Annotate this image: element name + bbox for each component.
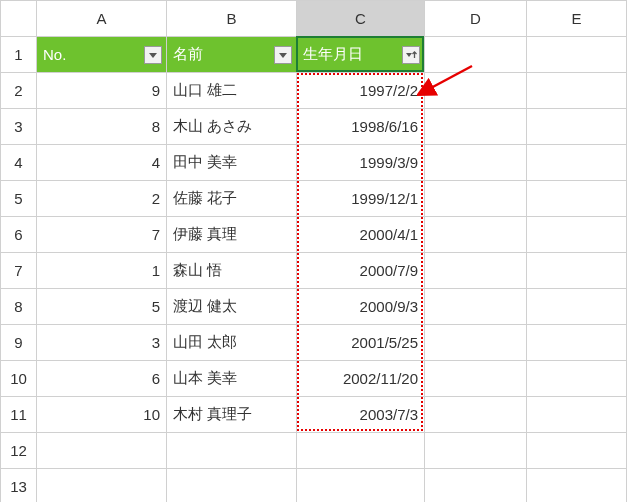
cell-B7[interactable]: 森山 悟 <box>167 253 297 289</box>
row-head-9[interactable]: 9 <box>1 325 37 361</box>
col-head-E[interactable]: E <box>527 1 627 37</box>
row-head-5[interactable]: 5 <box>1 181 37 217</box>
cell-C9[interactable]: 2001/5/25 <box>297 325 425 361</box>
cell-D7[interactable] <box>425 253 527 289</box>
cell-D8[interactable] <box>425 289 527 325</box>
cell-C13[interactable] <box>297 469 425 503</box>
cell-D4[interactable] <box>425 145 527 181</box>
row-head-2[interactable]: 2 <box>1 73 37 109</box>
cell-D2[interactable] <box>425 73 527 109</box>
cell-A13[interactable] <box>37 469 167 503</box>
cell-E9[interactable] <box>527 325 627 361</box>
cell-D5[interactable] <box>425 181 527 217</box>
cell-D11[interactable] <box>425 397 527 433</box>
cell-B10[interactable]: 山本 美幸 <box>167 361 297 397</box>
row-head-3[interactable]: 3 <box>1 109 37 145</box>
cell-C2[interactable]: 1997/2/2 <box>297 73 425 109</box>
row-head-7[interactable]: 7 <box>1 253 37 289</box>
cell-C3[interactable]: 1998/6/16 <box>297 109 425 145</box>
chevron-down-icon <box>278 50 288 60</box>
cell-D9[interactable] <box>425 325 527 361</box>
cell-C8[interactable]: 2000/9/3 <box>297 289 425 325</box>
row-head-6[interactable]: 6 <box>1 217 37 253</box>
header-label-dob: 生年月日 <box>303 45 363 62</box>
row-head-4[interactable]: 4 <box>1 145 37 181</box>
cell-B9[interactable]: 山田 太郎 <box>167 325 297 361</box>
select-all-corner[interactable] <box>1 1 37 37</box>
cell-E7[interactable] <box>527 253 627 289</box>
cell-E2[interactable] <box>527 73 627 109</box>
svg-marker-1 <box>279 53 287 58</box>
chevron-down-icon <box>148 50 158 60</box>
cell-E11[interactable] <box>527 397 627 433</box>
row-head-13[interactable]: 13 <box>1 469 37 503</box>
cell-E4[interactable] <box>527 145 627 181</box>
cell-B1[interactable]: 名前 <box>167 37 297 73</box>
cell-C4[interactable]: 1999/3/9 <box>297 145 425 181</box>
cell-A1[interactable]: No. <box>37 37 167 73</box>
cell-B4[interactable]: 田中 美幸 <box>167 145 297 181</box>
cell-B5[interactable]: 佐藤 花子 <box>167 181 297 217</box>
cell-C1[interactable]: 生年月日 <box>297 37 425 73</box>
cell-E12[interactable] <box>527 433 627 469</box>
cell-C10[interactable]: 2002/11/20 <box>297 361 425 397</box>
cell-D6[interactable] <box>425 217 527 253</box>
spreadsheet-grid[interactable]: A B C D E 1 No. 名前 生年月日 <box>0 0 627 502</box>
cell-B2[interactable]: 山口 雄二 <box>167 73 297 109</box>
cell-E5[interactable] <box>527 181 627 217</box>
filter-dropdown-A[interactable] <box>144 46 162 64</box>
sort-asc-icon <box>405 49 417 61</box>
row-head-12[interactable]: 12 <box>1 433 37 469</box>
cell-E13[interactable] <box>527 469 627 503</box>
cell-B12[interactable] <box>167 433 297 469</box>
row-head-11[interactable]: 11 <box>1 397 37 433</box>
cell-B3[interactable]: 木山 あさみ <box>167 109 297 145</box>
cell-A2[interactable]: 9 <box>37 73 167 109</box>
cell-E3[interactable] <box>527 109 627 145</box>
cell-A9[interactable]: 3 <box>37 325 167 361</box>
cell-B13[interactable] <box>167 469 297 503</box>
cell-E1[interactable] <box>527 37 627 73</box>
col-head-A[interactable]: A <box>37 1 167 37</box>
cell-D10[interactable] <box>425 361 527 397</box>
cell-C12[interactable] <box>297 433 425 469</box>
cell-D3[interactable] <box>425 109 527 145</box>
cell-A3[interactable]: 8 <box>37 109 167 145</box>
row-head-10[interactable]: 10 <box>1 361 37 397</box>
filter-dropdown-B[interactable] <box>274 46 292 64</box>
cell-A7[interactable]: 1 <box>37 253 167 289</box>
cell-C5[interactable]: 1999/12/1 <box>297 181 425 217</box>
header-label-name: 名前 <box>173 45 203 62</box>
svg-marker-2 <box>406 53 412 57</box>
cell-D13[interactable] <box>425 469 527 503</box>
cell-A5[interactable]: 2 <box>37 181 167 217</box>
row-head-1[interactable]: 1 <box>1 37 37 73</box>
cell-C6[interactable]: 2000/4/1 <box>297 217 425 253</box>
col-head-B[interactable]: B <box>167 1 297 37</box>
cell-C11[interactable]: 2003/7/3 <box>297 397 425 433</box>
cell-E6[interactable] <box>527 217 627 253</box>
row-head-8[interactable]: 8 <box>1 289 37 325</box>
cell-B11[interactable]: 木村 真理子 <box>167 397 297 433</box>
cell-A10[interactable]: 6 <box>37 361 167 397</box>
cell-E8[interactable] <box>527 289 627 325</box>
cell-E10[interactable] <box>527 361 627 397</box>
svg-marker-0 <box>149 53 157 58</box>
col-head-D[interactable]: D <box>425 1 527 37</box>
cell-A12[interactable] <box>37 433 167 469</box>
col-head-C[interactable]: C <box>297 1 425 37</box>
cell-B6[interactable]: 伊藤 真理 <box>167 217 297 253</box>
filter-sort-C[interactable] <box>402 46 420 64</box>
header-label-no: No. <box>43 46 66 63</box>
cell-A8[interactable]: 5 <box>37 289 167 325</box>
cell-A4[interactable]: 4 <box>37 145 167 181</box>
cell-A11[interactable]: 10 <box>37 397 167 433</box>
cell-C7[interactable]: 2000/7/9 <box>297 253 425 289</box>
cell-D1[interactable] <box>425 37 527 73</box>
cell-B8[interactable]: 渡辺 健太 <box>167 289 297 325</box>
cell-D12[interactable] <box>425 433 527 469</box>
cell-A6[interactable]: 7 <box>37 217 167 253</box>
